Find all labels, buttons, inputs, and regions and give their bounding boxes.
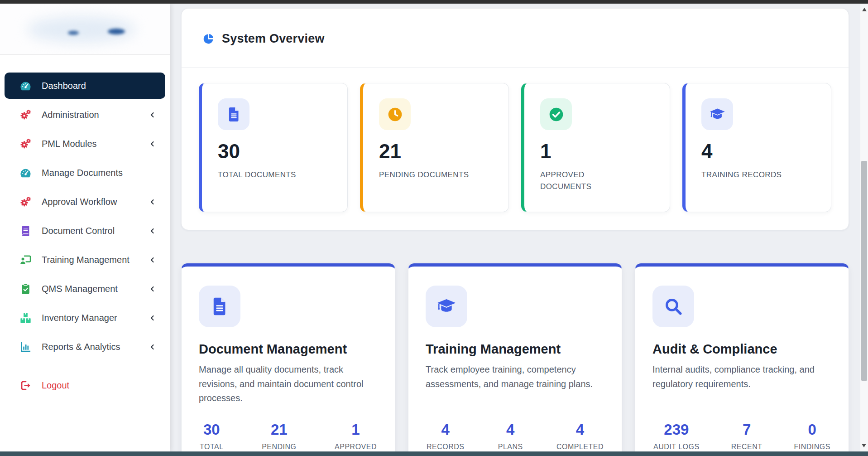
stat-value: 30 (200, 422, 224, 437)
stat-value: 239 (653, 422, 700, 437)
overview-stats-row: 30 TOTAL DOCUMENTS 21 PENDING DOCUMENTS … (182, 68, 849, 228)
module-stats: 239 AUDIT LOGS 7 RECENT 0 FINDINGS (652, 422, 831, 451)
graduation-cap-icon (426, 286, 467, 327)
sidebar-item-label: Manage Documents (42, 168, 123, 178)
chevron-left-icon (149, 285, 156, 293)
stat-value: 21 (379, 141, 493, 161)
stat-label: COMPLETED (556, 443, 604, 451)
stat-label: FINDINGS (794, 443, 830, 451)
stat-label: RECENT (731, 443, 762, 451)
scroll-up-arrow-icon[interactable] (862, 8, 867, 11)
sidebar-item-pml-modules[interactable]: PML Modules (5, 131, 165, 157)
stat-value: 4 (498, 422, 523, 437)
module-description: Internal audits, compliance tracking, an… (652, 363, 831, 391)
scroll-down-arrow-icon[interactable] (862, 444, 866, 447)
document-icon (218, 98, 249, 130)
cogs-icon (19, 195, 32, 208)
stat-value: 4 (701, 141, 815, 161)
stat-value: 7 (731, 422, 762, 437)
stat-label: TRAINING RECORDS (701, 169, 794, 181)
sidebar-item-reports-analytics[interactable]: Reports & Analytics (5, 334, 165, 360)
stat-card-approved-documents: 1 APPROVED DOCUMENTS (521, 83, 670, 212)
gauge-icon (19, 166, 32, 179)
chevron-left-icon (149, 314, 156, 322)
module-description: Track employee training, competency asse… (426, 363, 604, 391)
module-card-training-management[interactable]: Training Management Track employee train… (408, 263, 622, 451)
gauge-icon (19, 79, 32, 92)
sidebar-item-qms-management[interactable]: QMS Management (5, 276, 165, 302)
sidebar-item-label: Approval Workflow (42, 197, 117, 207)
cogs-icon (19, 137, 32, 150)
sidebar-item-label: Inventory Manager (42, 313, 117, 323)
logout-button[interactable]: Logout (5, 372, 165, 398)
window-top-edge (0, 0, 868, 4)
stat-label: PENDING (262, 443, 296, 451)
scrollbar-thumb[interactable] (861, 161, 867, 381)
stat-card-total-documents: 30 TOTAL DOCUMENTS (199, 83, 348, 212)
module-stat-approved: 1 APPROVED (335, 422, 377, 451)
module-stat-plans: 4 PLANS (498, 422, 523, 451)
system-overview-card: System Overview 30 TOTAL DOCUMENTS 21 PE… (181, 8, 849, 230)
sidebar-item-training-management[interactable]: Training Management (5, 247, 165, 273)
book-icon (19, 224, 32, 237)
stat-label: TOTAL (200, 443, 224, 451)
sidebar-item-dashboard[interactable]: Dashboard (5, 73, 165, 99)
module-stat-audit-logs: 239 AUDIT LOGS (653, 422, 700, 451)
document-icon (199, 286, 240, 327)
app-window: Dashboard Administration PML Modules Man… (0, 0, 868, 456)
module-stat-recent: 7 RECENT (731, 422, 762, 451)
stat-card-training-records: 4 TRAINING RECORDS (682, 83, 831, 212)
chevron-left-icon (149, 111, 156, 119)
logout-icon (19, 379, 32, 392)
sidebar: Dashboard Administration PML Modules Man… (0, 4, 170, 451)
main-content: System Overview 30 TOTAL DOCUMENTS 21 PE… (170, 4, 860, 451)
pie-chart-icon (202, 33, 215, 45)
chalkboard-teacher-icon (19, 253, 32, 266)
sidebar-item-label: Dashboard (42, 81, 86, 91)
sidebar-item-manage-documents[interactable]: Manage Documents (5, 160, 165, 186)
module-description: Manage all quality documents, track revi… (199, 363, 378, 406)
boxes-icon (19, 311, 32, 324)
stat-value: 21 (262, 422, 296, 437)
stat-label: PENDING DOCUMENTS (379, 169, 472, 181)
sidebar-item-approval-workflow[interactable]: Approval Workflow (5, 189, 165, 215)
graduation-cap-icon (701, 98, 733, 130)
logo-blur-mark-2 (108, 29, 125, 34)
sidebar-item-inventory-manager[interactable]: Inventory Manager (5, 305, 165, 331)
module-stats: 4 RECORDS 4 PLANS 4 COMPLETED (426, 422, 604, 451)
chevron-left-icon (149, 227, 156, 235)
bar-chart-icon (19, 340, 32, 353)
clock-icon (379, 98, 411, 130)
module-stat-total: 30 TOTAL (200, 422, 224, 451)
chevron-left-icon (149, 256, 156, 264)
modules-row: Document Management Manage all quality d… (181, 263, 849, 451)
module-stat-pending: 21 PENDING (262, 422, 296, 451)
stat-label: APPROVED (335, 443, 377, 451)
logout-label: Logout (42, 380, 69, 391)
clipboard-check-icon (19, 282, 32, 295)
stat-value: 4 (556, 422, 604, 437)
stat-label: RECORDS (427, 443, 465, 451)
window-bottom-edge (0, 451, 868, 456)
stat-label: PLANS (498, 443, 523, 451)
chevron-left-icon (149, 343, 156, 351)
sidebar-item-label: Administration (42, 110, 99, 120)
sidebar-item-label: Training Management (42, 255, 129, 265)
stat-label: AUDIT LOGS (653, 443, 700, 451)
check-circle-icon (540, 98, 572, 130)
sidebar-item-label: PML Modules (42, 139, 97, 149)
sidebar-menu: Dashboard Administration PML Modules Man… (0, 55, 170, 398)
stat-value: 1 (540, 141, 654, 161)
system-overview-header: System Overview (182, 9, 849, 68)
sidebar-item-label: Reports & Analytics (42, 342, 120, 352)
sidebar-item-document-control[interactable]: Document Control (5, 218, 165, 244)
module-card-audit-compliance[interactable]: Audit & Compliance Internal audits, comp… (635, 263, 849, 451)
vertical-scrollbar[interactable] (860, 4, 868, 451)
stat-label: TOTAL DOCUMENTS (218, 169, 311, 181)
logo (0, 4, 170, 55)
sidebar-item-administration[interactable]: Administration (5, 102, 165, 128)
module-card-document-management[interactable]: Document Management Manage all quality d… (181, 263, 395, 451)
logo-blur-mark-1 (68, 31, 79, 35)
page-title: System Overview (222, 32, 325, 46)
chevron-left-icon (149, 198, 156, 206)
